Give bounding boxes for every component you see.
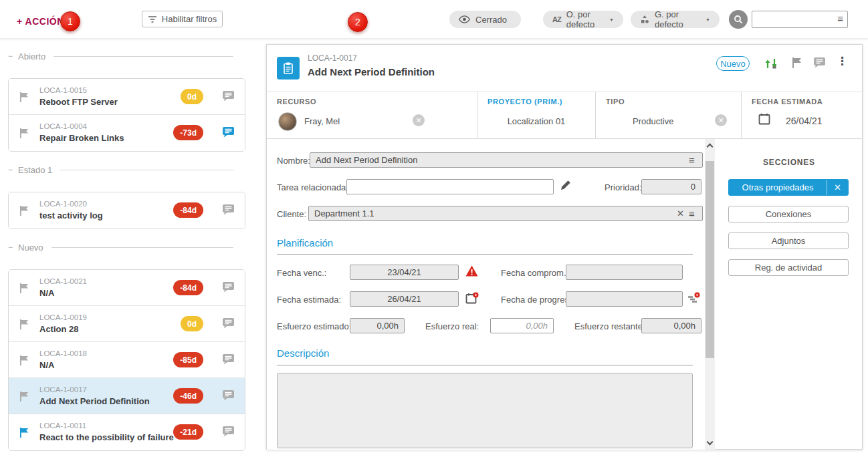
change-status-icon[interactable] [764, 57, 778, 70]
days-badge: -84d [173, 280, 203, 295]
section-button-adjuntos[interactable]: Adjuntos [728, 233, 849, 249]
flag-icon[interactable] [19, 355, 29, 366]
comment-icon[interactable] [222, 281, 235, 293]
task-group: − Estado 1 LOCA-1-0020 test activity log… [8, 165, 245, 229]
eye-icon [459, 15, 470, 23]
enable-filters-button[interactable]: Habilitar filtros [142, 11, 223, 27]
tarea-relacionada-input[interactable] [346, 179, 554, 194]
order-dropdown-label: O. por defecto [566, 9, 601, 29]
kebab-menu-icon[interactable]: ⋮ [837, 54, 848, 68]
proyecto-label: PROYECTO (PRIM.) [487, 98, 562, 106]
recurso-field[interactable]: RECURSO Fray, Mel ✕ [267, 92, 477, 139]
comment-icon[interactable] [813, 57, 826, 68]
nombre-input[interactable] [310, 152, 703, 168]
chevron-down-icon: ▼ [609, 17, 614, 22]
sort-az-icon: AZ [552, 15, 561, 23]
prioridad-input[interactable] [641, 179, 701, 194]
task-card[interactable]: LOCA-1-0020 test activity log -84d [9, 192, 245, 228]
task-card[interactable]: LOCA-1-0004 Repair Broken Links -73d [9, 115, 245, 151]
cliente-menu-icon[interactable]: ≡ [689, 208, 695, 218]
close-section-icon[interactable]: ✕ [827, 180, 848, 195]
proyecto-field[interactable]: PROYECTO (PRIM.) Localization 01 [477, 92, 596, 139]
clear-cliente-icon[interactable]: ✕ [677, 208, 684, 218]
comment-icon[interactable] [222, 390, 235, 401]
order-dropdown[interactable]: AZ O. por defecto ▼ [543, 11, 623, 28]
task-title: Action 28 [39, 324, 79, 334]
task-card[interactable]: LOCA-1-0018 N/A -85d [9, 342, 245, 378]
fecha-comprom-label: Fecha comprom.: [501, 268, 568, 278]
esfuerzo-restante-input[interactable] [641, 318, 701, 333]
scroll-up-icon[interactable] [707, 144, 714, 150]
cliente-input[interactable] [308, 206, 703, 221]
collapse-icon[interactable]: − [8, 51, 13, 61]
task-list-panel: − Abierto LOCA-1-0015 Reboot FTP Server … [0, 38, 255, 461]
progress-alert-icon[interactable] [687, 292, 700, 305]
flag-icon[interactable] [19, 319, 29, 330]
days-badge: -46d [173, 388, 203, 404]
calendar-icon [758, 113, 770, 125]
task-card[interactable]: LOCA-1-0017 Add Next Period Definition -… [9, 378, 245, 414]
fecha-comprom-input[interactable] [566, 265, 683, 280]
flag-icon[interactable] [792, 57, 802, 69]
detail-task-title: Add Next Period Definition [308, 66, 435, 78]
calendar-alert-icon[interactable] [465, 292, 479, 305]
fecha-venc-input[interactable] [350, 265, 459, 280]
warning-icon [465, 265, 478, 277]
comment-icon[interactable] [222, 317, 235, 329]
search-options-icon[interactable]: ≡ [837, 13, 843, 23]
tarea-label: Tarea relacionada: [277, 182, 348, 192]
task-card[interactable]: LOCA-1-0011 React to the possibility of … [9, 414, 245, 450]
task-card[interactable]: LOCA-1-0021 N/A -84d [9, 270, 245, 306]
add-action-button[interactable]: + ACCIÓN [17, 16, 64, 27]
descripcion-textarea[interactable] [277, 373, 693, 448]
collapse-icon[interactable]: − [8, 165, 13, 174]
flag-icon[interactable] [19, 92, 29, 103]
comment-icon[interactable] [222, 126, 235, 138]
tipo-field[interactable]: TIPO Productive ✕ [596, 92, 742, 139]
closed-filter-toggle[interactable]: Cerrado [449, 11, 521, 28]
clear-recurso-icon[interactable]: ✕ [413, 114, 425, 126]
fecha-estimada-input[interactable] [350, 291, 459, 307]
flag-icon[interactable] [19, 128, 29, 139]
comment-icon[interactable] [222, 204, 235, 215]
task-card[interactable]: LOCA-1-0015 Reboot FTP Server 0d [9, 79, 245, 115]
comment-icon[interactable] [222, 426, 235, 437]
group-header[interactable]: − Estado 1 [8, 165, 245, 174]
flag-icon[interactable] [19, 283, 29, 294]
nombre-menu-icon[interactable]: ≡ [689, 155, 695, 165]
search-input[interactable] [752, 11, 848, 28]
group-by-icon [640, 15, 649, 24]
collapse-icon[interactable]: − [8, 243, 13, 252]
group-header[interactable]: − Abierto [8, 51, 245, 61]
search-field-wrap: ≡ [752, 11, 848, 28]
group-dropdown[interactable]: G. por defecto ▼ [631, 11, 720, 28]
comment-icon[interactable] [222, 353, 235, 365]
task-card[interactable]: LOCA-1-0019 Action 28 0d [9, 306, 245, 342]
pencil-icon[interactable] [560, 179, 572, 191]
flag-icon[interactable] [19, 205, 29, 216]
esfuerzo-real-input[interactable] [490, 318, 554, 333]
fecha-estimada-field[interactable]: FECHA ESTIMADA 26/04/21 [742, 92, 863, 139]
enable-filters-label: Habilitar filtros [162, 14, 217, 24]
scrollbar-thumb[interactable] [706, 161, 714, 358]
flag-icon[interactable] [19, 391, 29, 402]
esfuerzo-estimado-input[interactable] [350, 318, 405, 333]
section-button-reg-de-actividad[interactable]: Reg. de actividad [728, 259, 849, 276]
days-badge: 0d [181, 316, 203, 331]
clear-tipo-icon[interactable]: ✕ [715, 114, 727, 126]
days-badge: -85d [173, 352, 203, 367]
cliente-label: Cliente: [277, 209, 306, 219]
search-button[interactable] [729, 10, 748, 29]
comment-icon[interactable] [222, 90, 235, 102]
active-section-label: Otras propiedades [729, 182, 827, 192]
task-title: Reboot FTP Server [39, 97, 118, 107]
fecha-progreso-input[interactable] [566, 291, 683, 307]
section-button-conexiones[interactable]: Conexiones [728, 206, 849, 222]
flag-icon[interactable] [19, 427, 29, 438]
task-code: LOCA-1-0019 [39, 313, 87, 321]
search-icon [734, 15, 743, 24]
days-badge: -73d [173, 125, 203, 140]
group-header[interactable]: − Nuevo [8, 243, 245, 252]
section-button-otras-propiedades[interactable]: Otras propiedades ✕ [728, 179, 849, 196]
scroll-down-icon[interactable] [707, 439, 714, 446]
